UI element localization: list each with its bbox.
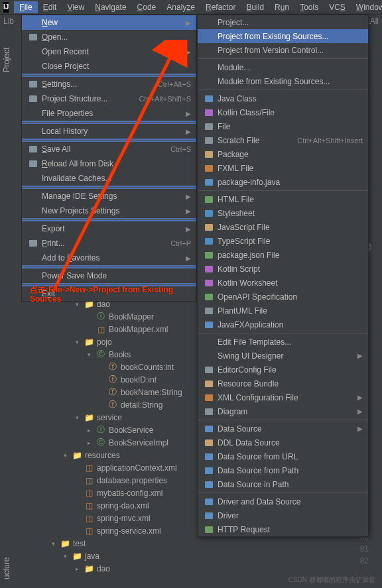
new-menu-item-ddl-data-source[interactable]: DDL Data Source [198,436,368,449]
new-menu-item-data-source-from-url[interactable]: Data Source from URL [198,449,368,463]
file-menu-item-add-to-favorites[interactable]: Add to Favorites ▶ [22,251,196,265]
tree-chevron-icon[interactable]: ▾ [76,414,84,421]
menu-file[interactable]: File [14,1,37,13]
new-menu-item-project-from-version-control-[interactable]: Project from Version Control... [198,43,368,57]
new-menu-item-kotlin-class-file[interactable]: Kotlin Class/File [198,105,368,119]
tree-chevron-icon[interactable]: ▾ [64,452,72,459]
menu-item-label: Edit File Templates... [215,337,363,347]
new-menu-item-driver[interactable]: Driver [198,508,368,522]
file-menu-item-power-save-mode[interactable]: Power Save Mode [22,268,196,283]
menu-view[interactable]: View [62,1,90,13]
new-menu-item-file[interactable]: File [198,119,368,133]
file-menu-item-project-structure-[interactable]: Project Structure... Ctrl+Alt+Shift+S [22,91,196,106]
tree-chevron-icon[interactable]: ▸ [88,440,96,446]
new-menu-item-module-from-existing-sources-[interactable]: Module from Existing Sources... [198,74,368,88]
menu-item-label: PlantUML File [215,306,363,316]
svg-rect-5 [29,240,37,247]
new-menu-item-typescript-file[interactable]: TypeScript File [198,234,368,248]
tree-row[interactable]: ▸ 📁 dao [13,562,332,575]
new-menu-item-module-[interactable]: Module... [198,60,368,74]
menu-item-label: JavaFXApplication [215,320,363,329]
new-menu-item-javafxapplication[interactable]: JavaFXApplication [198,318,368,331]
tree-chevron-icon[interactable]: ▾ [64,553,72,559]
menu-window[interactable]: Window [351,1,382,13]
tree-chevron-icon[interactable]: ▾ [88,351,96,358]
file-menu-item-save-all[interactable]: Save All Ctrl+S [22,142,196,156]
menu-build[interactable]: Build [241,1,269,13]
new-menu-item-stylesheet[interactable]: Stylesheet [198,206,368,220]
menu-tools[interactable]: Tools [294,1,324,13]
new-menu-item-package-info-java[interactable]: package-info.java [198,175,368,189]
new-menu-item-diagram[interactable]: Diagram ▶ [198,404,368,418]
svg-rect-24 [205,381,213,387]
file-menu-item-open-[interactable]: Open... [22,30,196,44]
tree-chevron-icon[interactable]: ▸ [88,427,96,434]
new-menu-item-package[interactable]: Package [198,147,368,161]
tree-row[interactable]: ▾ 📁 test [13,537,332,550]
new-menu-item-kotlin-worksheet[interactable]: Kotlin Worksheet [198,276,368,290]
menu-analyze[interactable]: Analyze [161,1,200,13]
menu-item-label: TypeScript File [215,237,363,246]
new-menu-item-editorconfig-file[interactable]: EditorConfig File [198,363,368,377]
file-menu-item-local-history[interactable]: Local History ▶ [22,124,196,139]
new-menu-item-plantuml-file[interactable]: PlantUML File [198,304,368,318]
tree-label: spring-service.xml [97,526,161,536]
new-menu-item-html-file[interactable]: HTML File [198,192,368,206]
new-menu-item-kotlin-script[interactable]: Kotlin Script [198,262,368,276]
svg-rect-11 [205,165,213,172]
file-menu-item-new[interactable]: New ▶ [22,15,196,30]
new-menu-item-project-from-existing-sources-[interactable]: Project from Existing Sources... [198,29,368,43]
side-tab-project[interactable]: Project [0,40,13,80]
menu-item-label: FXML File [215,164,363,173]
folder-icon: 📁 [84,337,94,347]
menu-item-label: XML Configuration File [215,393,357,402]
file-menu-item-close-project[interactable]: Close Project [22,59,196,74]
menu-vcs[interactable]: VCS [324,1,351,13]
new-menu-item-javascript-file[interactable]: JavaScript File [198,220,368,234]
file-menu-item-manage-ide-settings[interactable]: Manage IDE Settings ▶ [22,189,196,204]
menu-run[interactable]: Run [269,1,294,13]
file-menu-item-new-projects-settings[interactable]: New Projects Settings ▶ [22,204,196,218]
menu-refactor[interactable]: Refactor [200,1,241,13]
file-menu-item-settings-[interactable]: Settings... Ctrl+Alt+S [22,77,196,91]
file-menu-item-print-[interactable]: Print... Ctrl+P [22,236,196,251]
new-menu-item-project-[interactable]: Project... [198,15,368,29]
interface-icon: Ⓘ [96,424,106,436]
file-menu-item-open-recent[interactable]: Open Recent ▶ [22,44,196,59]
new-menu-item-fxml-file[interactable]: FXML File [198,161,368,175]
new-menu-item-scratch-file[interactable]: Scratch File Ctrl+Alt+Shift+Insert [198,133,368,147]
menu-shortcut: Ctrl+Alt+Shift+S [139,95,191,103]
new-menu-item-xml-configuration-file[interactable]: XML Configuration File ▶ [198,390,368,404]
side-tab-structure[interactable]: ucture [0,548,13,588]
tree-chevron-icon[interactable]: ▸ [76,565,84,572]
tree-chevron-icon[interactable]: ▾ [76,339,84,345]
menu-edit[interactable]: Edit [38,1,62,13]
svg-rect-29 [205,453,213,460]
new-menu-item-resource-bundle[interactable]: Resource Bundle [198,377,368,390]
menu-code[interactable]: Code [132,1,162,13]
menu-navigate[interactable]: Navigate [90,1,131,13]
file-icon [203,122,215,131]
new-menu-item-swing-ui-designer[interactable]: Swing UI Designer ▶ [198,349,368,363]
new-menu-item-java-class[interactable]: Java Class [198,91,368,105]
tree-label: dao [97,564,110,573]
file-menu-item-export[interactable]: Export ▶ [22,221,196,236]
file-menu-item-file-properties[interactable]: File Properties ▶ [22,106,196,121]
folder-icon: 📁 [84,413,94,422]
menu-item-label: Diagram [215,407,357,416]
new-menu-item-openapi-specification[interactable]: OpenAPI Specification [198,290,368,304]
tree-label: BookServiceImpl [109,438,168,447]
tree-chevron-icon[interactable]: ▾ [52,540,60,547]
field-icon: ⓕ [107,399,118,410]
file-menu-item-invalidate-caches-[interactable]: Invalidate Caches... [22,171,196,186]
watermark: CSDN @嘟嘟的程序员铲屎官 [288,575,375,585]
new-menu-item-http-request[interactable]: HTTP Request [198,522,368,536]
new-menu-item-data-source-from-path[interactable]: Data Source from Path [198,463,368,477]
new-menu-item-package-json-file[interactable]: package.json File [198,248,368,262]
new-menu-item-data-source-in-path[interactable]: Data Source in Path [198,477,368,491]
new-menu-item-data-source[interactable]: Data Source ▶ [198,422,368,436]
file-menu-item-reload-all-from-disk[interactable]: Reload All from Disk [22,156,196,171]
new-menu-item-edit-file-templates-[interactable]: Edit File Templates... [198,335,368,349]
new-menu-item-driver-and-data-source[interactable]: Driver and Data Source [198,495,368,508]
tree-row[interactable]: ▾ 📁 java [13,550,332,562]
